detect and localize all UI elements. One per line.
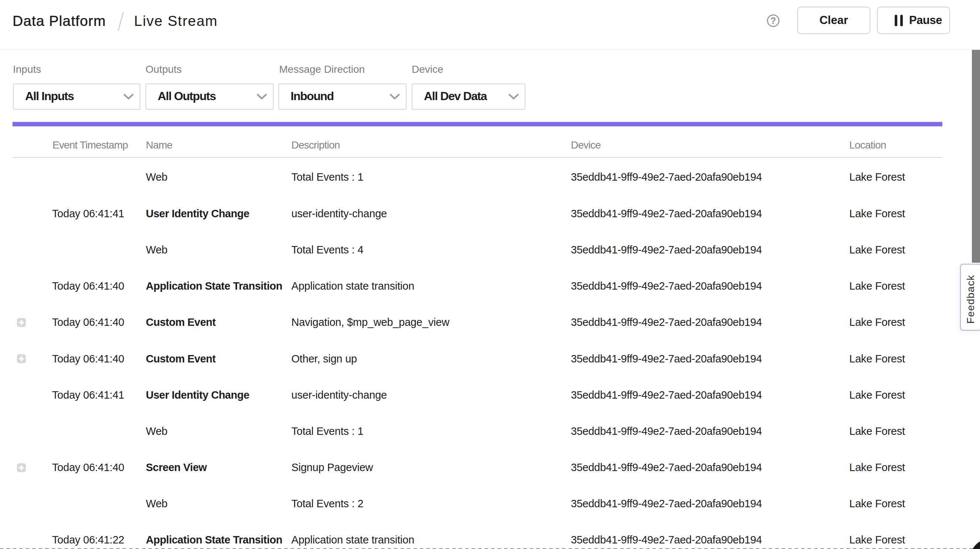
svg-text:?: ? (770, 16, 776, 26)
